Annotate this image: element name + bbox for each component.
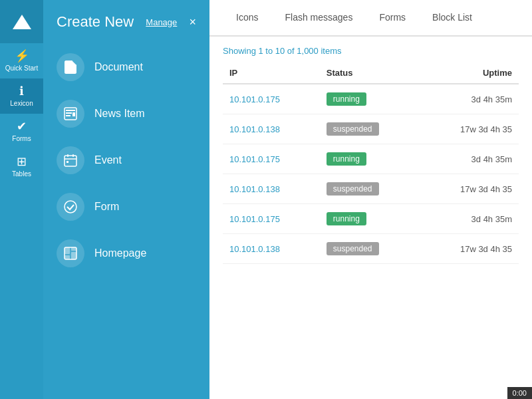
quickstart-icon: ⚡ xyxy=(15,50,29,62)
sidebar-label-quickstart: Quick Start xyxy=(5,65,38,72)
tables-icon: ⊞ xyxy=(17,156,27,168)
data-table: IP Status Uptime 10.101.0.175running3d 4… xyxy=(223,63,519,264)
cell-status: suspended xyxy=(320,114,420,144)
cell-status: suspended xyxy=(320,174,420,204)
table-row: 10.101.0.138suspended17w 3d 4h 35 xyxy=(223,234,519,264)
cell-status: suspended xyxy=(320,234,420,264)
status-badge: running xyxy=(327,92,366,106)
create-event-item[interactable]: Event xyxy=(43,137,209,184)
content-area: Showing 1 to 10 of 1,000 items IP Status… xyxy=(209,37,532,399)
forms-icon: ✔ xyxy=(17,120,27,132)
create-document-label: Document xyxy=(94,61,143,73)
svg-rect-9 xyxy=(66,161,68,163)
form-icon xyxy=(57,193,84,221)
tabs-bar: Icons Flash messages Forms Block List xyxy=(209,0,532,37)
cell-ip: 10.101.0.175 xyxy=(223,84,320,114)
create-homepage-label: Homepage xyxy=(94,247,146,259)
create-document-item[interactable]: Document xyxy=(43,44,209,90)
cell-status: running xyxy=(320,84,420,114)
svg-rect-12 xyxy=(65,247,70,254)
sidebar-item-tables[interactable]: ⊞ Tables xyxy=(0,149,43,184)
col-ip: IP xyxy=(223,63,320,84)
sidebar-label-forms: Forms xyxy=(12,135,31,142)
create-new-panel: Create New Manage × Document News Item xyxy=(43,0,209,399)
tab-forms[interactable]: Forms xyxy=(366,0,419,37)
status-badge: suspended xyxy=(327,182,379,196)
sidebar-item-quickstart[interactable]: ⚡ Quick Start xyxy=(0,43,43,78)
main-content: Icons Flash messages Forms Block List Sh… xyxy=(209,0,532,399)
sidebar-item-forms[interactable]: ✔ Forms xyxy=(0,114,43,149)
document-icon xyxy=(57,53,84,81)
cell-uptime: 3d 4h 35m xyxy=(420,84,519,114)
svg-rect-2 xyxy=(66,112,72,114)
sidebar-item-lexicon[interactable]: ℹ Lexicon xyxy=(0,78,43,114)
newsitem-icon xyxy=(57,100,84,128)
cell-status: running xyxy=(320,204,420,234)
table-row: 10.101.0.138suspended17w 3d 4h 35 xyxy=(223,174,519,204)
status-badge: suspended xyxy=(327,242,379,255)
cell-uptime: 17w 3d 4h 35 xyxy=(420,114,519,144)
status-badge: suspended xyxy=(327,122,379,136)
create-homepage-item[interactable]: Homepage xyxy=(43,230,209,277)
sidebar: ⚡ Quick Start ℹ Lexicon ✔ Forms ⊞ Tables xyxy=(0,0,43,399)
cell-uptime: 3d 4h 35m xyxy=(420,144,519,174)
table-row: 10.101.0.175running3d 4h 35m xyxy=(223,144,519,174)
cell-ip: 10.101.0.138 xyxy=(223,114,320,144)
cell-uptime: 3d 4h 35m xyxy=(420,204,519,234)
col-status: Status xyxy=(320,63,420,84)
status-badge: running xyxy=(327,152,366,166)
logo-icon xyxy=(13,15,31,29)
create-newsitem-label: News Item xyxy=(94,108,145,120)
status-badge: running xyxy=(327,212,366,225)
svg-rect-15 xyxy=(65,255,70,259)
cell-ip: 10.101.0.175 xyxy=(223,144,320,174)
manage-link[interactable]: Manage xyxy=(146,17,177,27)
close-button[interactable]: × xyxy=(189,16,196,28)
cell-ip: 10.101.0.138 xyxy=(223,174,320,204)
table-row: 10.101.0.175running3d 4h 35m xyxy=(223,204,519,234)
table-row: 10.101.0.138suspended17w 3d 4h 35 xyxy=(223,114,519,144)
lexicon-icon: ℹ xyxy=(19,85,24,97)
logo-button[interactable] xyxy=(0,0,43,43)
svg-rect-14 xyxy=(71,252,76,259)
table-header-row: IP Status Uptime xyxy=(223,63,519,84)
tab-block-list[interactable]: Block List xyxy=(419,0,485,37)
dropdown-header: Create New Manage × xyxy=(43,13,209,44)
cell-ip: 10.101.0.175 xyxy=(223,204,320,234)
col-uptime: Uptime xyxy=(420,63,519,84)
create-form-item[interactable]: Form xyxy=(43,184,209,230)
event-icon xyxy=(57,146,84,174)
svg-rect-1 xyxy=(66,110,75,111)
cell-uptime: 17w 3d 4h 35 xyxy=(420,174,519,204)
svg-rect-4 xyxy=(72,112,75,116)
table-row: 10.101.0.175running3d 4h 35m xyxy=(223,84,519,114)
dropdown-title: Create New xyxy=(57,13,134,31)
svg-rect-13 xyxy=(71,247,76,251)
tab-flash-messages[interactable]: Flash messages xyxy=(271,0,366,37)
svg-point-10 xyxy=(65,201,76,213)
cell-ip: 10.101.0.138 xyxy=(223,234,320,264)
sidebar-label-tables: Tables xyxy=(12,170,31,178)
create-newsitem-item[interactable]: News Item xyxy=(43,90,209,137)
tab-icons[interactable]: Icons xyxy=(223,0,271,37)
sidebar-label-lexicon: Lexicon xyxy=(10,100,33,107)
cell-status: running xyxy=(320,144,420,174)
homepage-icon xyxy=(57,239,84,267)
cell-uptime: 17w 3d 4h 35 xyxy=(420,234,519,264)
clock-display: 0:00 xyxy=(507,387,532,399)
create-form-label: Form xyxy=(94,201,119,213)
items-count: Showing 1 to 10 of 1,000 items xyxy=(223,37,519,63)
create-event-label: Event xyxy=(94,154,122,166)
svg-rect-3 xyxy=(66,115,70,116)
svg-rect-5 xyxy=(65,156,76,166)
